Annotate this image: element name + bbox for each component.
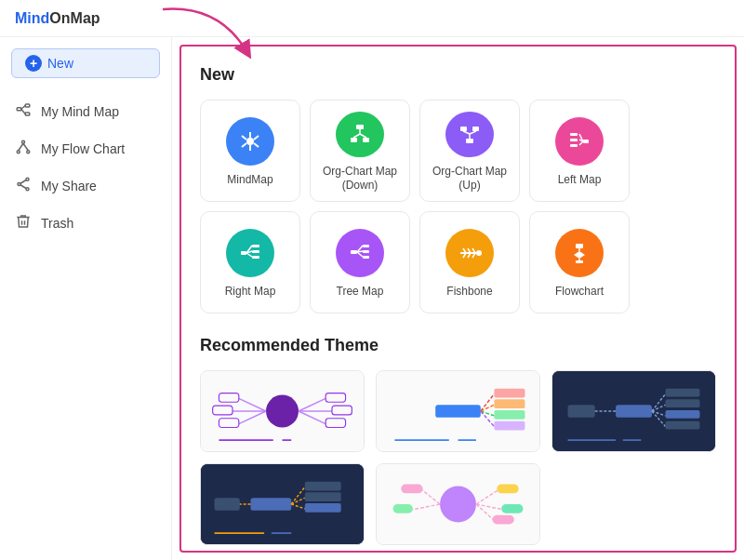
svg-rect-103 (666, 399, 700, 407)
sidebar-item-trash[interactable]: Trash (0, 205, 171, 242)
flowchart-icon-circle (555, 229, 604, 277)
svg-line-33 (470, 131, 476, 134)
svg-rect-22 (356, 125, 364, 129)
svg-rect-37 (570, 144, 578, 147)
theme-grid (200, 370, 716, 545)
flowchart-label: Flowchart (555, 285, 604, 300)
fishbone-label: Fishbone (446, 285, 492, 300)
svg-rect-36 (570, 139, 578, 141)
svg-point-7 (27, 151, 30, 153)
svg-line-17 (254, 136, 259, 140)
svg-rect-34 (583, 140, 589, 143)
svg-rect-105 (666, 421, 700, 430)
svg-point-10 (26, 178, 29, 180)
svg-rect-63 (576, 244, 583, 248)
sidebar-item-my-share[interactable]: My Share (0, 167, 171, 205)
sidebar-label-my-mind-map: My Mind Map (41, 104, 119, 119)
template-card-mindmap[interactable]: MindMap (200, 100, 300, 202)
svg-line-32 (463, 131, 470, 134)
theme-card-light-purple[interactable] (200, 370, 365, 452)
svg-rect-132 (501, 504, 523, 513)
svg-rect-116 (305, 492, 341, 501)
template-card-right-map[interactable]: Right Map (200, 211, 300, 313)
logo-map: Map (71, 10, 100, 27)
svg-line-13 (20, 180, 26, 184)
svg-rect-48 (351, 250, 357, 254)
template-card-tree-map[interactable]: Tree Map (310, 211, 410, 313)
svg-rect-2 (25, 113, 30, 115)
org-chart-down-icon-circle (336, 112, 384, 157)
svg-point-12 (26, 188, 29, 191)
svg-rect-29 (460, 127, 467, 131)
logo-on: On (49, 10, 70, 27)
sidebar: + New My Mind Map (0, 37, 172, 560)
recommended-theme-title: Recommended Theme (200, 336, 716, 355)
theme-card-colorful[interactable] (376, 370, 540, 452)
svg-line-26 (353, 134, 360, 138)
tree-map-icon-circle (336, 229, 384, 277)
svg-line-14 (20, 185, 26, 189)
theme-card-dark-blue[interactable] (551, 370, 716, 452)
svg-marker-64 (574, 251, 585, 259)
tree-map-label: Tree Map (337, 285, 384, 300)
svg-rect-1 (25, 104, 30, 107)
sidebar-label-my-share: My Share (41, 179, 97, 193)
svg-line-18 (254, 143, 259, 147)
svg-line-21 (242, 136, 246, 140)
mind-map-icon (15, 101, 32, 122)
svg-rect-90 (494, 389, 525, 398)
template-card-flowchart[interactable]: Flowchart (529, 211, 630, 313)
svg-point-6 (17, 151, 20, 153)
svg-rect-115 (305, 482, 341, 491)
svg-rect-92 (494, 410, 525, 420)
mindmap-icon-circle (226, 117, 274, 166)
svg-rect-118 (215, 498, 240, 511)
svg-line-54 (357, 252, 363, 257)
new-section-title: New (200, 65, 716, 85)
svg-line-40 (579, 141, 583, 145)
sidebar-item-my-flow-chart[interactable]: My Flow Chart (0, 130, 171, 167)
org-chart-up-label: Org-Chart Map (Up) (428, 165, 512, 193)
svg-rect-93 (494, 421, 525, 431)
svg-rect-43 (252, 250, 259, 253)
logo-mind: Mind (15, 10, 49, 27)
svg-rect-85 (435, 405, 481, 418)
right-map-label: Right Map (225, 285, 276, 300)
svg-rect-30 (472, 127, 479, 131)
sidebar-label-my-flow-chart: My Flow Chart (41, 141, 125, 156)
svg-rect-28 (466, 139, 473, 143)
new-button[interactable]: + New (11, 48, 160, 78)
template-card-org-chart-down[interactable]: Org-Chart Map (Down) (310, 100, 410, 202)
svg-line-8 (19, 143, 23, 151)
template-card-fishbone[interactable]: Fishbone (419, 211, 520, 313)
left-map-label: Left Map (558, 173, 602, 188)
fishbone-icon-circle (445, 229, 494, 277)
plus-icon: + (25, 55, 42, 72)
theme-card-colorful2[interactable] (376, 463, 540, 545)
svg-rect-50 (363, 250, 369, 253)
template-card-org-chart-up[interactable]: Org-Chart Map (Up) (419, 100, 520, 202)
svg-point-69 (266, 395, 299, 428)
svg-point-123 (440, 487, 476, 523)
svg-rect-91 (494, 399, 525, 408)
svg-line-27 (360, 134, 366, 138)
logo: MindOnMap (15, 10, 100, 27)
template-card-left-map[interactable]: Left Map (529, 100, 630, 202)
svg-rect-23 (351, 138, 357, 142)
svg-rect-24 (363, 138, 369, 142)
svg-point-5 (22, 140, 25, 143)
svg-rect-42 (252, 245, 259, 247)
svg-line-3 (21, 106, 26, 110)
svg-line-9 (23, 143, 28, 151)
theme-card-dark-blue2[interactable] (200, 463, 365, 545)
svg-rect-0 (17, 108, 21, 111)
sidebar-label-trash: Trash (41, 216, 73, 231)
share-icon (15, 176, 32, 196)
svg-rect-106 (568, 405, 595, 418)
right-map-icon-circle (226, 229, 274, 277)
left-map-icon-circle (555, 117, 604, 166)
sidebar-item-my-mind-map[interactable]: My Mind Map (0, 93, 171, 130)
svg-rect-49 (363, 245, 369, 247)
svg-point-62 (476, 250, 482, 256)
main-layout: + New My Mind Map (0, 37, 744, 560)
